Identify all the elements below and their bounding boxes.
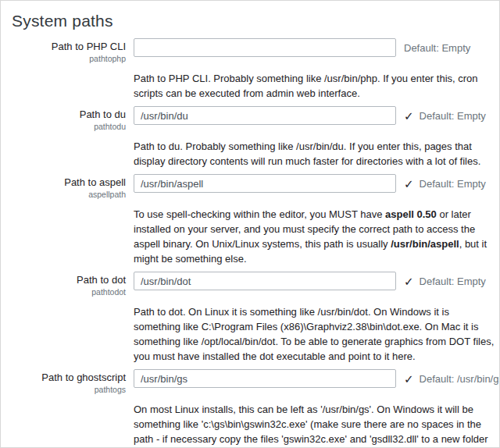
checkmark-icon: ✓: [404, 373, 414, 385]
setting-row: Path to du pathtodu ✓ Default: Empty Pat…: [12, 106, 496, 174]
setting-default-column: ✓ Default: Empty: [404, 106, 496, 125]
checkmark-icon: ✓: [404, 276, 414, 287]
default-label: Default: /usr/bin/gs: [420, 373, 500, 385]
setting-default-column: Default: Empty: [404, 38, 496, 57]
setting-input-column: [134, 369, 396, 388]
setting-label-column: Path to du pathtodu: [12, 106, 126, 132]
path-input[interactable]: [134, 174, 396, 193]
setting-default-column: ✓ Default: /usr/bin/gs: [404, 369, 500, 388]
setting-input-column: [134, 174, 396, 193]
setting-shortname: pathtophp: [12, 54, 126, 64]
path-input[interactable]: [134, 106, 396, 125]
setting-label-column: Path to PHP CLI pathtophp: [12, 38, 126, 64]
setting-label-column: Path to ghostscript pathtogs: [12, 369, 126, 395]
setting-input-column: [134, 38, 396, 57]
setting-row: Path to PHP CLI pathtophp Default: Empty…: [12, 38, 496, 106]
setting-row: Path to ghostscript pathtogs ✓ Default: …: [12, 369, 496, 448]
path-input[interactable]: [134, 38, 396, 57]
setting-description: Path to PHP CLI. Probably something like…: [134, 71, 496, 101]
settings-form: Path to PHP CLI pathtophp Default: Empty…: [12, 38, 496, 448]
default-label: Default: Empty: [404, 42, 470, 54]
setting-row: Path to aspell aspellpath ✓ Default: Emp…: [12, 174, 496, 272]
setting-description: Path to dot. On Linux it is something li…: [134, 304, 496, 364]
setting-description: Path to du. Probably something like /usr…: [134, 139, 496, 169]
setting-default-column: ✓ Default: Empty: [404, 174, 496, 193]
setting-label: Path to ghostscript: [12, 372, 126, 384]
setting-input-column: [134, 106, 396, 125]
setting-label-column: Path to dot pathtodot: [12, 272, 126, 297]
checkmark-icon: ✓: [404, 110, 414, 122]
settings-rows: Path to PHP CLI pathtophp Default: Empty…: [12, 38, 496, 448]
setting-label: Path to dot: [12, 274, 126, 286]
default-label: Default: Empty: [420, 110, 486, 122]
path-input[interactable]: [134, 369, 396, 388]
setting-label-column: Path to aspell aspellpath: [12, 174, 126, 200]
setting-default-column: ✓ Default: Empty: [404, 272, 496, 290]
setting-shortname: aspellpath: [12, 190, 126, 200]
setting-shortname: pathtodu: [12, 122, 126, 132]
setting-label: Path to aspell: [12, 176, 126, 189]
page-title: System paths: [12, 12, 496, 30]
checkmark-icon: ✓: [404, 178, 414, 190]
setting-description: On most Linux installs, this can be left…: [134, 402, 498, 448]
setting-row: Path to dot pathtodot ✓ Default: Empty P…: [12, 272, 496, 369]
setting-description: To use spell-checking within the editor,…: [134, 207, 496, 266]
setting-label: Path to du: [12, 108, 126, 121]
path-input[interactable]: [134, 272, 396, 290]
setting-input-column: [134, 272, 396, 290]
page-container: System paths Path to PHP CLI pathtophp D…: [0, 0, 500, 448]
default-label: Default: Empty: [420, 276, 486, 287]
setting-shortname: pathtodot: [12, 287, 126, 297]
setting-shortname: pathtogs: [12, 385, 126, 395]
setting-label: Path to PHP CLI: [12, 41, 126, 53]
default-label: Default: Empty: [420, 178, 486, 190]
